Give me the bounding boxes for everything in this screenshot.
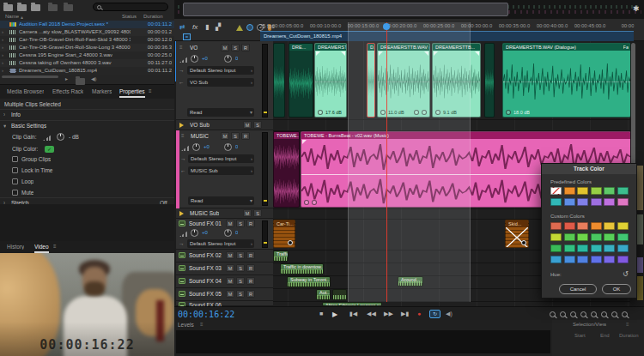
arm-record-button[interactable]: R <box>246 277 255 285</box>
file-row[interactable]: › Car-Tire-OB-Gravel-Dirt-Roll-Slow-Long… <box>0 44 174 51</box>
tab-properties[interactable]: Properties <box>119 88 145 98</box>
color-swatch[interactable] <box>591 222 602 230</box>
clip-color-swatch[interactable]: ✓ <box>45 146 54 153</box>
track-name[interactable]: Sound FX 02 <box>189 252 222 258</box>
solo-button[interactable]: S <box>253 209 262 217</box>
color-swatch[interactable] <box>604 222 615 230</box>
solo-button[interactable]: S <box>236 220 245 227</box>
clip-gain-knob-icon[interactable] <box>506 110 511 115</box>
playhead-marker-icon[interactable] <box>383 23 390 30</box>
snap-toggle-icon[interactable]: = <box>183 33 191 40</box>
fade-in-handle[interactable] <box>316 51 320 56</box>
arm-record-button[interactable]: R <box>246 251 255 259</box>
navigator-settings-icon[interactable]: ✱ <box>633 4 640 13</box>
playhead[interactable] <box>386 22 387 302</box>
panel-menu-icon[interactable]: ≡ <box>626 322 629 327</box>
color-swatch[interactable] <box>617 222 629 230</box>
input-selector[interactable]: Default Stereo Input› <box>187 66 254 75</box>
expand-icon[interactable]: › <box>2 45 3 50</box>
color-swatch[interactable] <box>617 244 629 252</box>
color-swatch[interactable] <box>617 198 629 206</box>
video-preview-panel[interactable]: 00:00:16:22 <box>0 253 174 356</box>
mute-button[interactable]: M <box>226 264 234 272</box>
skip-to-end-button[interactable]: ▶▮ <box>401 311 409 317</box>
sfx-clip[interactable]: Africa Ethiopia Langano rest... <box>322 302 382 306</box>
clip-fx-icon[interactable] <box>312 200 317 205</box>
zoom-selection-icon[interactable] <box>611 311 617 317</box>
solo-button[interactable]: S <box>236 277 245 285</box>
arm-record-button[interactable]: R <box>241 44 250 51</box>
color-swatch-none[interactable] <box>550 187 562 195</box>
solo-button[interactable]: S <box>236 251 245 259</box>
color-swatch[interactable] <box>577 244 588 252</box>
panel-menu-icon[interactable]: ≡ <box>200 322 204 327</box>
solo-button[interactable]: S <box>236 290 245 298</box>
track-name[interactable]: Sound FX 04 <box>189 278 222 284</box>
audio-clip[interactable]: DREAMERSTTB.WAV (Dialogue) Fa 18.0 dB <box>502 43 631 118</box>
sfx-clip[interactable] <box>332 289 347 300</box>
color-swatch[interactable] <box>591 233 602 241</box>
zoom-full-icon[interactable] <box>622 311 628 317</box>
horizontal-scrollbar[interactable] <box>2 75 58 78</box>
zoom-in-time-icon[interactable] <box>570 311 576 317</box>
razor-tool-icon[interactable]: ▞ <box>216 23 221 31</box>
track-header-fx4[interactable]: Sound FX 04 M S R <box>176 275 273 288</box>
color-swatch[interactable] <box>591 187 602 195</box>
fx-icon[interactable]: fx <box>192 23 197 31</box>
track-name[interactable]: Sound FX 03 <box>189 265 222 271</box>
gain-slider-icon[interactable] <box>43 135 52 141</box>
track-name[interactable]: VO Sub <box>190 122 210 128</box>
track-header-fx2[interactable]: Sound FX 02 M S R <box>176 250 273 262</box>
color-swatch[interactable] <box>617 233 629 241</box>
tab-video[interactable]: Video <box>34 244 49 253</box>
audio-clip[interactable] <box>273 43 285 118</box>
record-button[interactable]: ● <box>417 311 421 317</box>
monitor-audio-icon[interactable]: ◀) <box>446 311 453 317</box>
mute-checkbox[interactable] <box>12 190 18 196</box>
zoom-out-time-icon[interactable] <box>580 311 586 317</box>
color-swatch[interactable] <box>577 222 588 230</box>
clip-gain-knob-icon[interactable] <box>318 110 323 115</box>
expand-icon[interactable]: › <box>2 68 3 73</box>
input-selector[interactable]: Default Stereo Input› <box>187 239 254 248</box>
arm-record-button[interactable]: R <box>241 132 250 140</box>
file-row[interactable]: › Cessna taking off Ownham 48000 3.wav 0… <box>0 59 174 67</box>
mute-button[interactable]: M <box>221 132 229 140</box>
volume-knob[interactable] <box>191 229 198 237</box>
solo-button[interactable]: S <box>253 121 262 129</box>
mute-button[interactable]: M <box>226 220 234 227</box>
fade-out-handle[interactable] <box>341 51 345 56</box>
section-info[interactable]: Info <box>11 112 21 118</box>
solo-button[interactable]: S <box>236 264 245 272</box>
pan-knob[interactable] <box>224 229 232 237</box>
column-name[interactable]: Name <box>5 14 19 19</box>
mute-button[interactable]: M <box>226 290 234 298</box>
input-selector[interactable]: Default Stereo Input› <box>188 154 254 163</box>
clip-gain-knob-icon[interactable] <box>304 200 309 205</box>
color-swatch[interactable] <box>617 187 629 195</box>
dialog-title[interactable]: Track Color <box>542 164 636 174</box>
track-header-fx5[interactable]: Sound FX 05 M S R <box>176 288 273 301</box>
zoom-out-icon[interactable] <box>560 311 566 317</box>
panel-menu-icon[interactable]: ≡ <box>149 88 152 94</box>
audio-clip[interactable] <box>484 43 495 118</box>
output-selector[interactable]: MUSIC Sub› <box>188 166 254 175</box>
audio-preview-icon[interactable]: ◀) <box>91 75 97 81</box>
color-swatch[interactable] <box>604 244 615 252</box>
sfx-clip-orange[interactable]: Skid... <box>505 220 529 248</box>
mute-button[interactable]: M <box>226 251 234 259</box>
color-swatch[interactable] <box>591 198 602 206</box>
color-swatch[interactable] <box>564 222 575 230</box>
play-preview-icon[interactable]: ▸ <box>65 75 68 81</box>
tab-effects-rack[interactable]: Effects Rack <box>52 88 83 94</box>
color-swatch[interactable] <box>604 187 615 195</box>
import-file-icon[interactable] <box>17 4 27 11</box>
track-header-fx3[interactable]: Sound FX 03 M S R <box>176 262 273 275</box>
track-header-vo[interactable]: ≡ VO M S R +0 0 → Default Stereo Input› … <box>176 42 273 120</box>
track-header-fx1[interactable]: Sound FX 01 M S R +0 0 → Default Stereo … <box>176 219 273 250</box>
solo-button[interactable]: S <box>231 132 240 140</box>
sfx-clip[interactable]: Traffic in downtow... <box>280 263 324 275</box>
clip-gain-knob-icon[interactable] <box>288 240 293 245</box>
color-swatch[interactable] <box>564 198 575 206</box>
sfx-clip[interactable]: Aut... <box>316 289 331 300</box>
